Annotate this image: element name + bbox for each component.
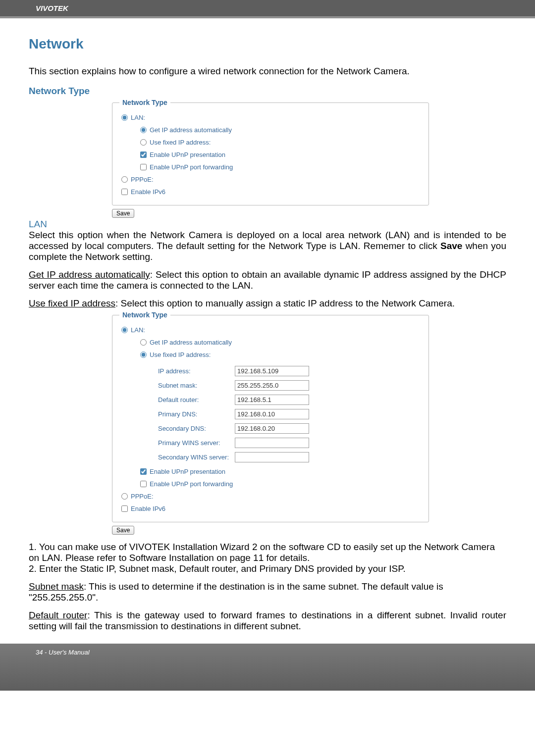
enable-upnp-port-row-2: Enable UPnP port forwarding (119, 478, 422, 490)
use-fixed-ip-label: Use fixed IP address: (150, 139, 211, 146)
lan-label-2: LAN: (131, 326, 145, 334)
primary-dns-input[interactable] (235, 409, 309, 419)
primary-dns-row: Primary DNS: (155, 408, 312, 420)
lan-radio-row-2: LAN: (119, 324, 422, 336)
page-number: 34 - User's Manual (36, 649, 90, 656)
get-ip-auto-row: Get IP address automatically (119, 124, 422, 136)
get-ip-auto-row-2: Get IP address automatically (119, 336, 422, 349)
network-type-fieldset-2: Network Type LAN: Get IP address automat… (112, 311, 429, 522)
pppoe-label-2: PPPoE: (131, 493, 154, 500)
enable-ipv6-label-2: Enable IPv6 (131, 505, 165, 512)
footer-band: 34 - User's Manual (0, 644, 535, 691)
subnet-mask-row: Subnet mask: (155, 379, 312, 392)
header-divider (0, 17, 535, 18)
lan-para1-bold: Save (440, 241, 462, 251)
brand-text: VIVOTEK (36, 4, 68, 12)
enable-upnp-port-row: Enable UPnP port forwarding (119, 161, 422, 173)
get-ip-auto-label-2: Get IP address automatically (150, 339, 232, 346)
subnet-mask-para: Subnet mask: This is used to determine i… (29, 581, 506, 603)
enable-upnp-port-label-2: Enable UPnP port forwarding (150, 480, 233, 488)
fieldset-legend: Network Type (119, 99, 170, 106)
note-2: 2. Enter the Static IP, Subnet mask, Def… (29, 563, 506, 574)
primary-wins-input[interactable] (235, 438, 309, 448)
enable-upnp-port-label: Enable UPnP port forwarding (150, 163, 233, 171)
save-button[interactable]: Save (112, 209, 134, 218)
enable-ipv6-checkbox[interactable] (121, 189, 128, 195)
default-router-para: Default router: This is the gateway used… (29, 610, 506, 632)
note-1: 1. You can make use of VIVOTEK Installat… (29, 542, 506, 563)
use-fixed-ip-radio-2[interactable] (140, 352, 147, 358)
enable-upnp-presentation-checkbox-2[interactable] (140, 468, 147, 475)
use-fixed-desc: : Select this option to manually assign … (115, 298, 455, 308)
default-router-row: Default router: (155, 394, 312, 406)
ip-settings-table: IP address: Subnet mask: Default router:… (155, 363, 312, 465)
page-content: Network This section explains how to con… (0, 21, 535, 632)
intro-text: This section explains how to configure a… (29, 66, 506, 77)
lan-radio-2[interactable] (121, 327, 128, 333)
enable-ipv6-checkbox-2[interactable] (121, 505, 128, 512)
enable-upnp-presentation-label-2: Enable UPnP presentation (150, 468, 225, 475)
enable-upnp-port-checkbox[interactable] (140, 164, 147, 170)
lan-para1: Select this option when the Network Came… (29, 230, 506, 262)
get-ip-desc-para: Get IP address automatically: Select thi… (29, 269, 506, 291)
use-fixed-ip-radio[interactable] (140, 139, 147, 146)
primary-wins-label: Primary WINS server: (155, 437, 232, 449)
default-router-desc: : This is the gateway used to forward fr… (29, 610, 506, 631)
subnet-mask-input[interactable] (235, 380, 309, 391)
use-fixed-desc-para: Use fixed IP address: Select this option… (29, 298, 506, 309)
enable-upnp-presentation-label: Enable UPnP presentation (150, 151, 225, 158)
default-router-input[interactable] (235, 395, 309, 405)
enable-upnp-port-checkbox-2[interactable] (140, 481, 147, 487)
network-type-group-2: Network Type LAN: Get IP address automat… (112, 311, 429, 522)
enable-upnp-presentation-row-2: Enable UPnP presentation (119, 465, 422, 478)
lan-para1-prefix: Select this option when the Network Came… (29, 230, 506, 251)
default-router-label: Default router: (155, 394, 232, 406)
enable-upnp-presentation-row: Enable UPnP presentation (119, 149, 422, 161)
fieldset-legend-2: Network Type (119, 311, 170, 319)
primary-wins-row: Primary WINS server: (155, 437, 312, 449)
secondary-wins-label: Secondary WINS server: (155, 451, 232, 463)
get-ip-auto-radio[interactable] (140, 127, 147, 133)
page-title: Network (29, 36, 506, 52)
ip-address-label: IP address: (155, 365, 232, 377)
enable-ipv6-row-2: Enable IPv6 (119, 503, 422, 515)
get-ip-auto-label: Get IP address automatically (150, 126, 232, 134)
secondary-dns-input[interactable] (235, 423, 309, 434)
pppoe-radio-2[interactable] (121, 493, 128, 500)
enable-ipv6-row: Enable IPv6 (119, 186, 422, 198)
save-button-wrap-1: Save (112, 208, 506, 218)
lan-label: LAN: (131, 114, 145, 121)
header-band: VIVOTEK (0, 0, 535, 17)
use-fixed-ip-label-2: Use fixed IP address: (150, 351, 211, 358)
subnet-mask-desc: : This is used to determine if the desti… (29, 581, 443, 603)
use-fixed-ip-row-2: Use fixed IP address: (119, 349, 422, 361)
secondary-dns-label: Secondary DNS: (155, 422, 232, 435)
secondary-wins-input[interactable] (235, 452, 309, 462)
save-button-2[interactable]: Save (112, 526, 134, 535)
use-fixed-underline: Use fixed IP address (29, 298, 115, 308)
enable-upnp-presentation-checkbox[interactable] (140, 151, 147, 158)
default-router-underline: Default router (29, 610, 87, 620)
primary-dns-label: Primary DNS: (155, 408, 232, 420)
subnet-mask-label: Subnet mask: (155, 379, 232, 392)
network-type-group: Network Type LAN: Get IP address automat… (112, 99, 429, 205)
get-ip-auto-underline: Get IP address automatically (29, 269, 150, 280)
lan-radio[interactable] (121, 114, 128, 121)
lan-radio-row: LAN: (119, 111, 422, 124)
pppoe-label: PPPoE: (131, 176, 154, 183)
ip-address-input[interactable] (235, 366, 309, 376)
pppoe-row-2: PPPoE: (119, 490, 422, 503)
secondary-wins-row: Secondary WINS server: (155, 451, 312, 463)
get-ip-auto-radio-2[interactable] (140, 339, 147, 346)
ip-address-row: IP address: (155, 365, 312, 377)
network-type-heading: Network Type (29, 86, 506, 97)
pppoe-radio[interactable] (121, 176, 128, 183)
pppoe-row: PPPoE: (119, 173, 422, 186)
save-button-wrap-2: Save (112, 525, 506, 535)
lan-heading: LAN (29, 219, 506, 230)
secondary-dns-row: Secondary DNS: (155, 422, 312, 435)
use-fixed-ip-row: Use fixed IP address: (119, 136, 422, 149)
subnet-mask-underline: Subnet mask (29, 581, 84, 592)
enable-ipv6-label: Enable IPv6 (131, 188, 165, 196)
network-type-fieldset-1: Network Type LAN: Get IP address automat… (112, 99, 429, 205)
